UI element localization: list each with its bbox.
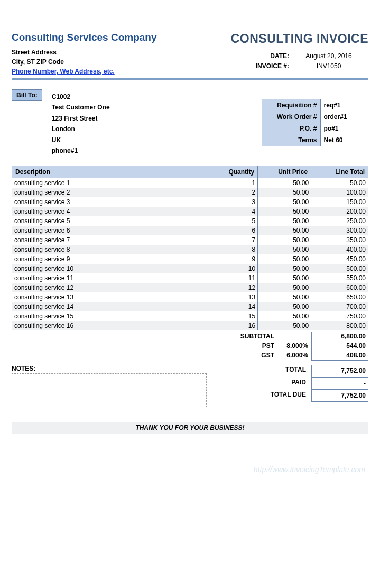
item-desc: consulting service 8 xyxy=(12,245,211,254)
item-total: 450.00 xyxy=(311,254,368,264)
item-desc: consulting service 1 xyxy=(12,178,211,188)
item-qty: 2 xyxy=(211,188,258,197)
table-row: consulting service 7750.00350.00 xyxy=(12,235,368,245)
table-row: consulting service 151550.00750.00 xyxy=(12,311,368,321)
item-qty: 16 xyxy=(211,321,258,330)
item-price: 50.00 xyxy=(258,273,311,283)
item-total: 100.00 xyxy=(311,188,368,197)
item-qty: 11 xyxy=(211,273,258,283)
items-table: Description Quantity Unit Price Line Tot… xyxy=(12,166,368,330)
pst-percent: 8.000% xyxy=(274,341,311,351)
item-desc: consulting service 7 xyxy=(12,235,211,245)
header-divider xyxy=(12,78,368,80)
table-row: consulting service 111150.00550.00 xyxy=(12,273,368,283)
item-qty: 15 xyxy=(211,311,258,321)
table-row: consulting service 8850.00400.00 xyxy=(12,245,368,254)
gst-percent: 6.000% xyxy=(274,351,311,361)
terms-label: Terms xyxy=(262,134,320,146)
item-qty: 3 xyxy=(211,197,258,207)
col-quantity: Quantity xyxy=(211,166,258,178)
item-total: 400.00 xyxy=(311,245,368,254)
item-price: 50.00 xyxy=(258,311,311,321)
watermark-link: http://www.InvoicingTemplate.com xyxy=(12,465,368,474)
item-qty: 4 xyxy=(211,207,258,216)
item-total: 350.00 xyxy=(311,235,368,245)
workorder-value: order#1 xyxy=(320,111,368,123)
po-value: po#1 xyxy=(320,123,368,134)
total-value: 7,752.00 xyxy=(311,365,368,377)
item-price: 50.00 xyxy=(258,235,311,245)
col-unit-price: Unit Price xyxy=(258,166,311,178)
item-total: 150.00 xyxy=(311,197,368,207)
total-due-value: 7,752.00 xyxy=(311,390,368,402)
total-due-label: TOTAL DUE xyxy=(227,390,311,402)
item-total: 300.00 xyxy=(311,226,368,235)
table-row: consulting service 101050.00500.00 xyxy=(12,264,368,273)
item-price: 50.00 xyxy=(258,254,311,264)
col-description: Description xyxy=(12,166,211,178)
item-total: 250.00 xyxy=(311,216,368,226)
item-desc: consulting service 16 xyxy=(12,321,211,330)
item-qty: 8 xyxy=(211,245,258,254)
col-line-total: Line Total xyxy=(311,166,368,178)
item-qty: 6 xyxy=(211,226,258,235)
total-label: TOTAL xyxy=(227,365,311,377)
invoice-num-value: INV1050 xyxy=(289,61,368,71)
item-qty: 12 xyxy=(211,283,258,292)
item-desc: consulting service 6 xyxy=(12,226,211,235)
table-row: consulting service 141450.00700.00 xyxy=(12,302,368,311)
item-price: 50.00 xyxy=(258,264,311,273)
table-row: consulting service 3350.00150.00 xyxy=(12,197,368,207)
notes-box[interactable] xyxy=(12,373,207,407)
item-price: 50.00 xyxy=(258,207,311,216)
table-row: consulting service 2250.00100.00 xyxy=(12,188,368,197)
gst-value: 408.00 xyxy=(311,351,368,361)
workorder-label: Work Order # xyxy=(262,111,320,123)
item-desc: consulting service 13 xyxy=(12,292,211,302)
item-total: 500.00 xyxy=(311,264,368,273)
table-row: consulting service 9950.00450.00 xyxy=(12,254,368,264)
item-desc: consulting service 15 xyxy=(12,311,211,321)
date-label: DATE: xyxy=(236,51,289,61)
item-total: 800.00 xyxy=(311,321,368,330)
item-price: 50.00 xyxy=(258,292,311,302)
order-info-box: Requisition # req#1 Work Order # order#1… xyxy=(262,99,368,146)
item-qty: 14 xyxy=(211,302,258,311)
gst-label: GST xyxy=(221,351,274,361)
item-desc: consulting service 10 xyxy=(12,264,211,273)
company-contact-link[interactable]: Phone Number, Web Address, etc. xyxy=(12,68,115,75)
table-row: consulting service 161650.00800.00 xyxy=(12,321,368,330)
billto-chip: Bill To: xyxy=(12,89,42,101)
item-desc: consulting service 2 xyxy=(12,188,211,197)
pst-label: PST xyxy=(221,341,274,351)
item-qty: 10 xyxy=(211,264,258,273)
document-title: CONSULTING INVOICE xyxy=(231,32,368,46)
po-label: P.O. # xyxy=(262,123,320,134)
item-desc: consulting service 9 xyxy=(12,254,211,264)
paid-label: PAID xyxy=(227,378,311,390)
table-row: consulting service 6650.00300.00 xyxy=(12,226,368,235)
table-row: consulting service 131350.00650.00 xyxy=(12,292,368,302)
paid-value: - xyxy=(311,378,368,390)
item-total: 200.00 xyxy=(311,207,368,216)
item-desc: consulting service 5 xyxy=(12,216,211,226)
requisition-label: Requisition # xyxy=(262,99,320,111)
item-qty: 7 xyxy=(211,235,258,245)
bill-code: C1002 xyxy=(52,91,110,102)
bill-name: Test Customer One xyxy=(52,102,110,113)
item-price: 50.00 xyxy=(258,321,311,330)
item-desc: consulting service 11 xyxy=(12,273,211,283)
notes-label: NOTES: xyxy=(12,365,207,372)
item-price: 50.00 xyxy=(258,188,311,197)
requisition-value: req#1 xyxy=(320,99,368,111)
item-qty: 9 xyxy=(211,254,258,264)
item-desc: consulting service 4 xyxy=(12,207,211,216)
subtotal-label: SUBTOTAL xyxy=(221,332,274,341)
thank-you-bar: THANK YOU FOR YOUR BUSINESS! xyxy=(12,422,368,434)
item-price: 50.00 xyxy=(258,226,311,235)
bill-country: UK xyxy=(52,135,110,145)
table-row: consulting service 1150.0050.00 xyxy=(12,178,368,188)
subtotal-value: 6,800.00 xyxy=(311,332,368,341)
item-total: 650.00 xyxy=(311,292,368,302)
company-street: Street Address xyxy=(12,48,157,57)
